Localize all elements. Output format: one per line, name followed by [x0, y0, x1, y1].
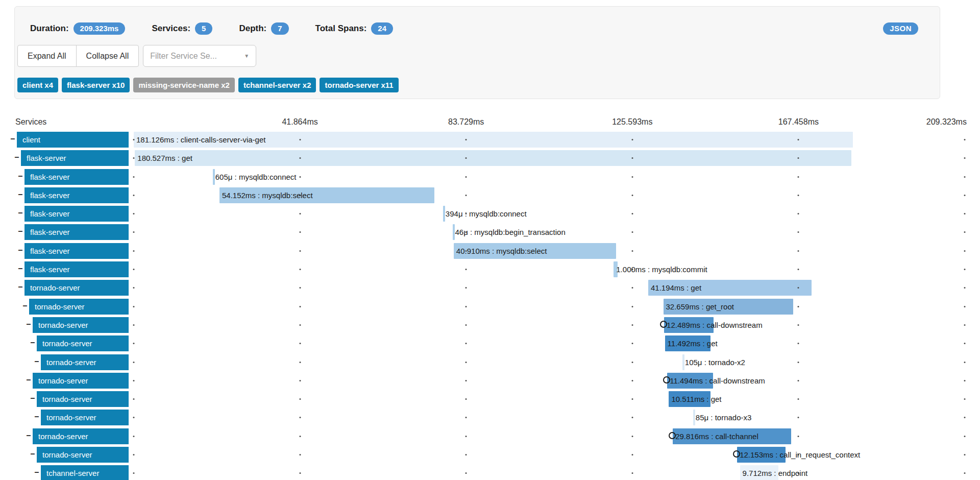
service-name-box[interactable]: tornado-server — [37, 335, 129, 351]
row-expander[interactable]: – — [17, 242, 24, 258]
time-tick-dot — [465, 362, 467, 363]
row-expander[interactable]: – — [25, 316, 32, 332]
span-label: 105μ : tornado-x2 — [685, 353, 745, 371]
trace-row[interactable]: –tornado-server105μ : tornado-x2 — [0, 353, 980, 372]
time-tick-dot — [631, 343, 633, 344]
row-expander[interactable]: – — [33, 353, 40, 369]
time-tick-label: 41.864ms — [282, 117, 317, 127]
time-tick-dot — [798, 398, 799, 400]
row-expander[interactable]: – — [17, 205, 24, 221]
row-expander[interactable]: – — [13, 149, 20, 165]
row-expander[interactable]: – — [25, 372, 32, 388]
trace-row[interactable]: –flask-server605μ : mysqldb:connect — [0, 168, 980, 186]
row-expander[interactable]: – — [29, 334, 36, 350]
row-expander[interactable]: – — [25, 427, 32, 443]
service-name-box[interactable]: tornado-server — [33, 317, 129, 333]
stat-depth-value: 7 — [271, 22, 288, 35]
time-tick-dot — [299, 250, 301, 252]
services-column-label: Services — [15, 117, 46, 127]
span-bar[interactable] — [453, 224, 455, 240]
time-tick-dot — [299, 176, 301, 178]
time-tick-dot — [299, 436, 301, 437]
row-expander[interactable]: – — [29, 390, 36, 406]
service-badge[interactable]: tchannel-server x2 — [238, 78, 316, 92]
service-name-box[interactable]: flask-server — [24, 169, 129, 185]
service-name-box[interactable]: client — [17, 132, 129, 148]
row-expander[interactable]: – — [21, 298, 29, 314]
time-tick-dot — [631, 417, 633, 418]
time-tick-dot — [631, 398, 633, 400]
span-label: 11.494ms : call-downstream — [670, 372, 765, 390]
service-name-box[interactable]: tornado-server — [37, 447, 129, 463]
trace-row[interactable]: –tchannel-server9.712ms : endpoint — [0, 464, 980, 480]
span-bar[interactable] — [693, 410, 695, 425]
row-expander[interactable]: – — [17, 223, 24, 239]
span-bar[interactable] — [682, 354, 684, 370]
trace-row[interactable]: –tornado-server11.494ms : call-downstrea… — [0, 372, 980, 390]
time-tick-label: 209.323ms — [926, 117, 967, 127]
service-name-box[interactable]: tornado-server — [24, 280, 129, 296]
trace-row[interactable]: –tornado-server85μ : tornado-x3 — [0, 409, 980, 427]
service-name-box[interactable]: flask-server — [24, 224, 129, 240]
time-tick-dot — [964, 454, 966, 455]
row-expander[interactable]: – — [17, 279, 24, 295]
trace-row[interactable]: –tornado-server32.659ms : get_root — [0, 298, 980, 316]
row-expander[interactable]: – — [33, 464, 40, 480]
row-timeline: 10.511ms : get — [134, 390, 965, 409]
service-name-box[interactable]: tornado-server — [41, 354, 129, 370]
row-expander[interactable]: – — [17, 260, 24, 276]
service-name-box[interactable]: tornado-server — [33, 428, 129, 444]
filter-service-select[interactable]: Filter Service Se... ▼ — [143, 45, 256, 67]
time-tick-dot — [133, 287, 135, 289]
span-label: 12.153ms : call_in_request_context — [740, 446, 860, 464]
service-name-box[interactable]: flask-server — [24, 187, 129, 203]
time-tick-dot — [465, 454, 467, 455]
row-expander[interactable]: – — [17, 168, 24, 184]
row-expander[interactable]: – — [29, 446, 36, 462]
service-name-box[interactable]: tornado-server — [29, 299, 129, 315]
trace-row[interactable]: –tornado-server29.816ms : call-tchannel — [0, 427, 980, 446]
expand-all-button[interactable]: Expand All — [17, 45, 77, 67]
json-button[interactable]: JSON — [883, 22, 918, 35]
time-tick-dot — [964, 287, 966, 289]
trace-row[interactable]: –tornado-server41.194ms : get — [0, 279, 980, 297]
timeline-scale: 41.864ms83.729ms125.593ms167.458ms209.32… — [134, 117, 965, 130]
row-expander[interactable]: – — [9, 131, 16, 147]
trace-row[interactable]: –flask-server46μ : mysqldb:begin_transac… — [0, 223, 980, 242]
row-timeline: 181.126ms : client-calls-server-via-get — [134, 131, 965, 149]
service-name-box[interactable]: flask-server — [24, 206, 129, 222]
trace-row[interactable]: –tornado-server12.153ms : call_in_reques… — [0, 446, 980, 464]
span-bar[interactable] — [443, 206, 445, 222]
span-bar[interactable] — [135, 150, 851, 166]
service-name-box[interactable]: flask-server — [24, 261, 129, 277]
span-bar[interactable] — [213, 169, 215, 185]
service-badge[interactable]: flask-server x10 — [62, 78, 130, 92]
service-name-box[interactable]: tornado-server — [41, 410, 129, 425]
trace-row[interactable]: –flask-server54.152ms : mysqldb:select — [0, 186, 980, 205]
trace-row[interactable]: –tornado-server11.492ms : get — [0, 334, 980, 353]
row-expander[interactable]: – — [33, 409, 40, 424]
row-expander[interactable]: – — [17, 186, 24, 202]
trace-row[interactable]: –client181.126ms : client-calls-server-v… — [0, 131, 980, 149]
row-timeline: 46μ : mysqldb:begin_transaction — [134, 223, 965, 242]
trace-row[interactable]: –flask-server394μ : mysqldb:connect — [0, 205, 980, 223]
service-name-box[interactable]: flask-server — [24, 243, 129, 259]
service-name-box[interactable]: tchannel-server — [41, 465, 129, 480]
service-badge[interactable]: client x4 — [17, 78, 58, 92]
trace-row[interactable]: –flask-server40.910ms : mysqldb:select — [0, 242, 980, 260]
trace-row[interactable]: –tornado-server12.489ms : call-downstrea… — [0, 316, 980, 334]
trace-row[interactable]: –flask-server1.000ms : mysqldb:commit — [0, 260, 980, 279]
service-name-box[interactable]: tornado-server — [37, 391, 129, 407]
service-badge[interactable]: missing-service-name x2 — [133, 78, 234, 92]
time-tick-dot — [798, 362, 799, 363]
service-badge[interactable]: tornado-server x11 — [320, 78, 398, 92]
time-tick-dot — [631, 287, 633, 289]
service-name-box[interactable]: tornado-server — [33, 373, 129, 389]
trace-row[interactable]: –flask-server180.527ms : get — [0, 149, 980, 167]
time-tick-dot — [465, 139, 467, 140]
collapse-all-button[interactable]: Collapse All — [76, 45, 139, 67]
service-name-box[interactable]: flask-server — [21, 150, 129, 166]
time-tick-dot — [465, 417, 467, 418]
trace-row[interactable]: –tornado-server10.511ms : get — [0, 390, 980, 409]
time-tick-dot — [798, 269, 799, 270]
